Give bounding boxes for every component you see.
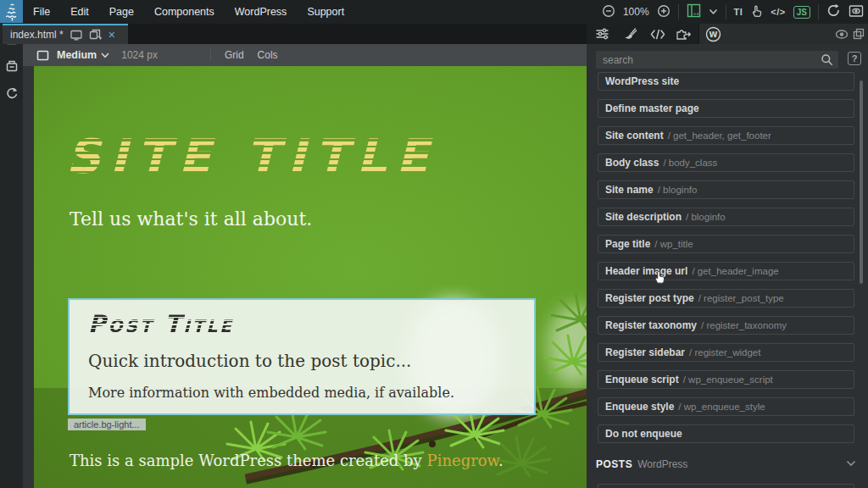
grid-toggle[interactable]: Grid [210, 49, 244, 61]
save-button[interactable] [0, 55, 23, 77]
action-site-description[interactable]: Site description/ bloginfo [598, 208, 854, 226]
post-more-text[interactable]: More information with embedded media, if… [88, 385, 454, 401]
action-define-master-page[interactable]: Define master page [598, 99, 854, 118]
tab-duplicate-icon[interactable] [89, 29, 102, 41]
components-panel-tab[interactable] [672, 24, 694, 44]
svg-text:W: W [709, 30, 717, 39]
tab-monitor-icon[interactable] [70, 30, 82, 41]
preview-button[interactable] [849, 4, 864, 20]
panel-duplicate-button[interactable] [848, 24, 868, 44]
footer-pinegrow-link[interactable]: Pinegrow [427, 452, 498, 469]
puzzle-icon [676, 27, 691, 41]
save-icon [5, 59, 19, 73]
refresh-icon [826, 3, 841, 18]
undo-button[interactable] [0, 82, 23, 104]
wordpress-icon: W [705, 26, 721, 42]
multi-view-grid-icon [687, 3, 701, 18]
viewport-icon[interactable] [36, 50, 49, 61]
site-title-heading[interactable]: SITE TITLE [66, 129, 437, 184]
post-intro-text[interactable]: Quick introduction to the post topic... [88, 351, 411, 371]
chevron-down-icon [709, 8, 718, 15]
js-tool-button[interactable]: JS [793, 6, 810, 19]
copy-icon [853, 28, 865, 40]
pinegrow-editor-window: File Edit Page Components WordPress Supp… [0, 0, 868, 488]
footer-text: This is a sample WordPress theme created… [70, 452, 427, 469]
action-register-sidebar[interactable]: Register sidebar/ register_widget [598, 343, 854, 362]
zoom-level: 100% [623, 6, 649, 18]
menu-edit[interactable]: Edit [60, 6, 99, 18]
tab-close-icon[interactable]: × [108, 29, 115, 41]
post-title-heading[interactable]: Post Title [88, 310, 234, 338]
panel-scrollbar[interactable] [860, 80, 863, 284]
brush-icon [624, 27, 637, 41]
action-site-content[interactable]: Site content/ get_header, get_footer [598, 126, 854, 145]
pinegrow-logo[interactable] [0, 0, 23, 23]
panel-toolbar: W [587, 24, 868, 44]
post-article-selected[interactable]: Post Title Quick introduction to the pos… [68, 298, 536, 415]
wordpress-panel-tab[interactable]: W [702, 24, 724, 44]
code-panel-tab[interactable] [647, 24, 669, 44]
code-edit-tool-button[interactable]: </> [771, 7, 785, 17]
code-icon [650, 29, 665, 40]
cols-toggle[interactable]: Cols [258, 49, 278, 61]
toolbar-separator [678, 4, 679, 19]
page-views-dropdown[interactable] [709, 6, 718, 18]
search-input[interactable] [596, 51, 838, 69]
mouse-cursor-hand [653, 269, 666, 285]
tab-title: index.html * [10, 29, 64, 41]
eye-icon [835, 30, 849, 39]
styles-panel-tab[interactable] [620, 24, 642, 44]
zoom-out-icon [602, 4, 615, 18]
zoom-in-icon [657, 4, 670, 18]
text-edit-tool-button[interactable]: TI [734, 7, 743, 17]
search-icon [821, 53, 833, 66]
page-views-button[interactable] [687, 3, 701, 20]
interactions-tool-button[interactable] [750, 4, 763, 20]
menu-wordpress[interactable]: WordPress [225, 6, 298, 18]
toolbar-separator [726, 4, 726, 19]
menu-bar: File Edit Page Components WordPress Supp… [23, 0, 868, 24]
zoom-in-button[interactable] [657, 4, 670, 20]
action-page-title[interactable]: Page title/ wp_title [598, 235, 854, 253]
site-tagline[interactable]: Tell us what's it all about. [70, 208, 312, 230]
preview-eye-icon [849, 4, 864, 18]
properties-panel-tab[interactable] [591, 24, 613, 44]
top-toolbar: 100% TI [602, 0, 864, 24]
action-header-image-url[interactable]: Header image url/ get_header_image [598, 262, 854, 280]
help-icon[interactable]: ? [848, 52, 861, 65]
action-item-partial[interactable] [598, 484, 854, 488]
sliders-icon [595, 27, 609, 41]
refresh-button[interactable] [826, 3, 841, 20]
hand-pointer-icon [750, 4, 763, 18]
footer-period: . [498, 452, 504, 469]
action-register-taxonomy[interactable]: Register taxonomy/ register_taxonomy [598, 316, 854, 335]
chevron-down-icon[interactable] [101, 53, 109, 58]
left-icon-strip [0, 0, 23, 488]
posts-section-header[interactable]: POSTS WordPress [596, 458, 687, 470]
page-footer-text: This is a sample WordPress theme created… [70, 452, 504, 469]
pine-tree-icon [3, 2, 21, 22]
toolbar-separator [818, 4, 819, 19]
action-register-post-type[interactable]: Register post type/ register_post_type [598, 289, 854, 308]
view-toolbar: Medium 1024 px Grid Cols [23, 44, 587, 66]
page-width-value: 1024 px [121, 49, 158, 61]
action-enqueue-style[interactable]: Enqueue style/ wp_enqueue_style [598, 397, 854, 416]
posts-collapse-chevron-icon[interactable] [846, 460, 856, 467]
action-do-not-enqueue[interactable]: Do not enqueue [598, 424, 854, 443]
action-enqueue-script[interactable]: Enqueue script/ wp_enqueue_script [598, 370, 854, 389]
page-canvas[interactable]: SITE TITLE Tell us what's it all about. … [34, 66, 587, 488]
wordpress-actions-panel: ? WordPress site Define master page Site… [587, 44, 868, 488]
action-body-class[interactable]: Body class/ body_class [598, 153, 854, 172]
breakpoint-selector[interactable]: Medium [57, 49, 97, 61]
menu-file[interactable]: File [23, 6, 60, 18]
menu-page[interactable]: Page [99, 6, 144, 18]
action-wordpress-site[interactable]: WordPress site [598, 72, 854, 91]
menu-support[interactable]: Support [297, 6, 354, 18]
zoom-out-button[interactable] [602, 4, 615, 20]
tab-index-html[interactable]: index.html * × [3, 24, 128, 44]
action-site-name[interactable]: Site name/ bloginfo [598, 180, 854, 199]
menu-components[interactable]: Components [144, 6, 225, 18]
undo-icon [5, 86, 19, 100]
selected-element-label[interactable]: article.bg-light... [68, 419, 146, 430]
